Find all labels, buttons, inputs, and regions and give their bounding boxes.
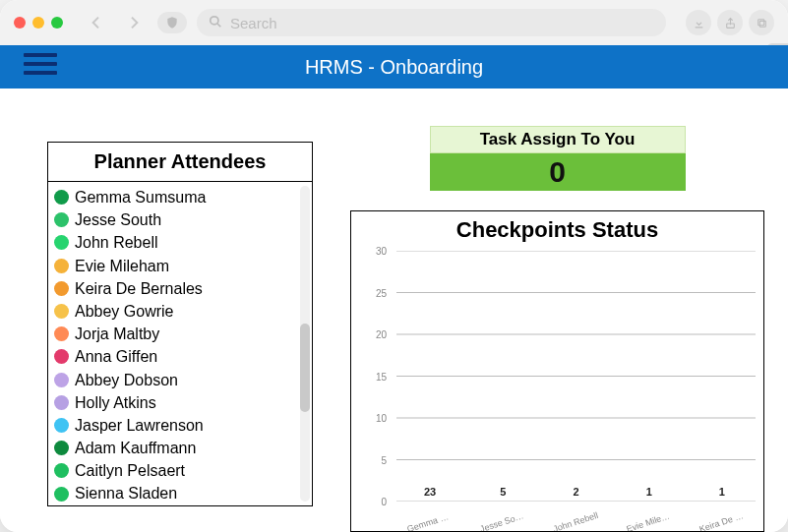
list-item[interactable]: Jorja Maltby	[54, 323, 306, 345]
attendee-name: Abbey Gowrie	[75, 300, 174, 323]
list-item[interactable]: Adam Kauffmann	[54, 437, 306, 459]
y-tick-label: 25	[376, 287, 387, 298]
y-tick-label: 20	[376, 329, 387, 340]
list-item[interactable]: Anna Giffen	[54, 345, 306, 368]
color-swatch-icon	[54, 304, 69, 319]
attendee-name: Jasper Lawrenson	[75, 414, 204, 437]
page-header: HRMS - Onboarding	[0, 45, 788, 89]
color-swatch-icon	[54, 190, 69, 205]
attendees-list[interactable]: Gemma SumsumaJesse SouthJohn RebellEvie …	[47, 182, 313, 506]
y-tick-label: 30	[376, 246, 387, 257]
attendees-title: Planner Attendees	[47, 142, 313, 182]
attendee-name: Anna Giffen	[75, 345, 157, 368]
list-item[interactable]: Abbey Dobson	[54, 369, 306, 391]
list-item[interactable]: Jasper Lawrenson	[54, 414, 306, 437]
x-tick-label: Jesse Sou…	[479, 510, 527, 532]
list-item[interactable]: John Rebell	[54, 231, 306, 254]
color-swatch-icon	[54, 487, 69, 502]
svg-point-0	[211, 16, 218, 24]
color-swatch-icon	[54, 235, 69, 250]
color-swatch-icon	[54, 418, 69, 433]
x-tick-label: John Rebell	[552, 510, 600, 532]
attendee-name: Sienna Sladen	[75, 482, 177, 504]
chart-title: Checkpoints Status	[351, 211, 763, 249]
svg-rect-3	[759, 21, 765, 27]
color-swatch-icon	[54, 463, 69, 478]
color-swatch-icon	[54, 395, 69, 410]
checkpoints-chart: Checkpoints Status 051015202530 235211 G…	[350, 210, 764, 532]
forward-button[interactable]	[120, 9, 148, 36]
y-tick-label: 15	[376, 371, 387, 382]
attendee-name: Jorja Maltby	[75, 323, 159, 345]
list-item[interactable]: Sienna Sladen	[54, 482, 306, 504]
menu-button[interactable]	[24, 53, 57, 75]
color-swatch-icon	[54, 326, 69, 341]
maximize-window-icon[interactable]	[51, 17, 63, 29]
attendee-name: Holly Atkins	[75, 391, 156, 414]
attendee-name: Jesse South	[75, 208, 161, 231]
window-controls	[14, 17, 63, 29]
list-item[interactable]: Holly Atkins	[54, 391, 306, 414]
list-item[interactable]: Gemma Sumsuma	[54, 186, 306, 208]
attendee-name: Adam Kauffmann	[75, 437, 196, 459]
bar-value-label: 5	[500, 486, 506, 498]
bar-value-label: 1	[646, 486, 652, 498]
bar-value-label: 23	[424, 486, 436, 498]
attendee-name: Keira De Bernales	[75, 277, 203, 300]
search-placeholder: Search	[230, 15, 277, 31]
list-item[interactable]: Keira De Bernales	[54, 277, 306, 300]
list-item[interactable]: Caitlyn Pelsaert	[54, 459, 306, 482]
bar-value-label: 2	[573, 486, 578, 498]
scrollbar[interactable]	[300, 186, 310, 502]
x-tick-label: Keira De B…	[697, 510, 746, 532]
color-swatch-icon	[54, 259, 69, 273]
x-tick-label: Evie Mileh…	[625, 510, 673, 532]
close-window-icon[interactable]	[14, 17, 26, 29]
x-tick-label: Gemma Su…	[406, 510, 455, 532]
svg-line-1	[217, 23, 221, 27]
list-item[interactable]: Abbey Gowrie	[54, 300, 306, 323]
y-tick-label: 10	[376, 413, 387, 424]
shield-icon[interactable]	[157, 12, 187, 33]
copy-icon[interactable]	[749, 10, 774, 35]
task-assign-card: Task Assign To You 0	[430, 126, 686, 191]
attendee-name: John Rebell	[75, 231, 158, 254]
page-title: HRMS - Onboarding	[305, 56, 483, 79]
planner-attendees-panel: Planner Attendees Gemma SumsumaJesse Sou…	[47, 142, 313, 532]
attendee-name: Gemma Sumsuma	[75, 186, 206, 208]
color-swatch-icon	[54, 281, 69, 296]
color-swatch-icon	[54, 441, 69, 455]
minimize-window-icon[interactable]	[32, 17, 44, 29]
color-swatch-icon	[54, 212, 69, 227]
search-icon	[209, 15, 222, 31]
color-swatch-icon	[54, 349, 69, 364]
list-item[interactable]: Evie Mileham	[54, 255, 306, 277]
bar-value-label: 1	[719, 486, 725, 498]
attendee-name: Caitlyn Pelsaert	[75, 459, 185, 482]
task-title: Task Assign To You	[430, 126, 686, 153]
download-icon[interactable]	[686, 10, 711, 35]
back-button[interactable]	[83, 9, 110, 36]
svg-rect-4	[758, 19, 763, 25]
attendee-name: Abbey Dobson	[75, 369, 178, 391]
address-bar[interactable]: Search	[197, 9, 666, 36]
color-swatch-icon	[54, 373, 69, 387]
attendee-name: Evie Mileham	[75, 255, 169, 277]
task-count: 0	[430, 153, 686, 191]
browser-chrome: Search	[0, 0, 788, 45]
share-icon[interactable]	[717, 10, 743, 35]
y-tick-label: 0	[381, 497, 387, 507]
scrollbar-thumb[interactable]	[300, 324, 310, 412]
list-item[interactable]: Jesse South	[54, 208, 306, 231]
y-tick-label: 5	[381, 454, 387, 465]
